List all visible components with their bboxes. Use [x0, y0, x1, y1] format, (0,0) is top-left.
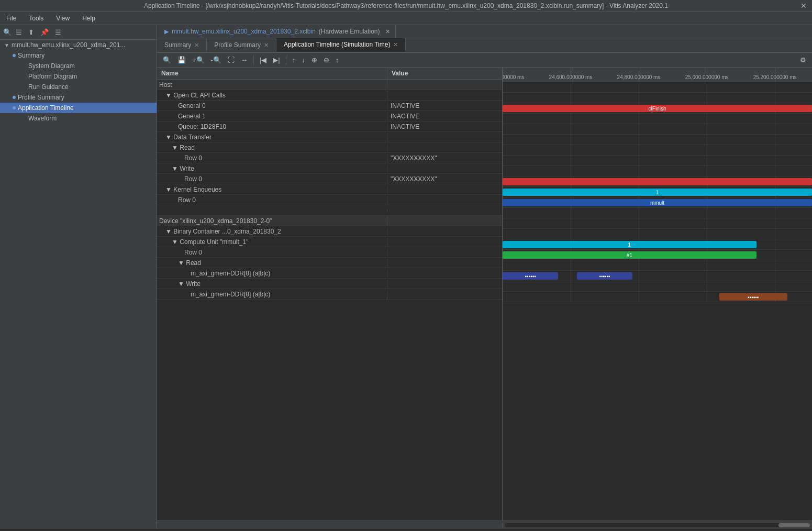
menu-item-view[interactable]: View: [54, 14, 72, 23]
nv-row-name-read-group[interactable]: ▼ Read: [157, 143, 387, 152]
zoom-fit-button[interactable]: 🔍: [160, 54, 174, 65]
window-close-button[interactable]: ✕: [800, 2, 807, 10]
row-tick-line: [707, 156, 707, 165]
nv-row-name-opencl-api[interactable]: ▼ Open CL API Calls: [157, 91, 387, 100]
row-tick-line: [571, 93, 571, 103]
row-tick-line: [639, 271, 639, 281]
down-button[interactable]: ↓: [299, 54, 308, 65]
sidebar-item-platform-diagram[interactable]: Platform Diagram: [0, 71, 157, 82]
row-tick-line: [639, 229, 639, 239]
settings-button[interactable]: ⚙: [797, 54, 809, 65]
menu-item-file[interactable]: File: [4, 14, 18, 23]
last-button[interactable]: ▶|: [270, 54, 282, 65]
nv-row-name-host[interactable]: Host: [157, 80, 387, 90]
nv-row-name-row0-write[interactable]: Row 0: [157, 174, 387, 184]
view-tab-close-application-timeline[interactable]: ✕: [393, 41, 398, 48]
nv-row-name-write-group2[interactable]: ▼ Write: [157, 279, 387, 289]
center-button[interactable]: ↔: [238, 54, 250, 65]
row-tick-line: [707, 124, 707, 134]
sidebar-item-summary[interactable]: Summary: [0, 50, 157, 61]
file-tab-close[interactable]: ✕: [385, 28, 390, 35]
timeline-bar-compute-unit: 1: [503, 241, 757, 248]
nv-row-name-row0-cu[interactable]: Row 0: [157, 248, 387, 257]
nv-row-name-kernel-enqueues[interactable]: ▼ Kernel Enqueues: [157, 185, 387, 194]
expand-button[interactable]: ⊕: [309, 54, 320, 65]
zoom-out-button[interactable]: -🔍: [208, 54, 224, 65]
fit-screen-button[interactable]: ⛶: [225, 54, 237, 65]
sidebar-item-root[interactable]: ▼mmult.hw_emu.xilinx_u200_xdma_201...: [0, 40, 157, 50]
tg-row-row0-read: [503, 156, 812, 166]
nv-row-name-data-transfer[interactable]: ▼ Data Transfer: [157, 132, 387, 142]
nv-row-name-text: ▼ Data Transfer: [165, 134, 212, 141]
menu-item-tools[interactable]: Tools: [27, 14, 46, 23]
nv-row-name-empty1: [157, 209, 387, 212]
first-button[interactable]: |◀: [257, 54, 269, 65]
row-tick-line: [775, 250, 775, 260]
view-tab-bar: Summary ✕Profile Summary ✕Application Ti…: [157, 38, 812, 53]
file-tab[interactable]: ▶ mmult.hw_emu.xilinx_u200_xdma_201830_2…: [159, 25, 396, 38]
row-tick-line: [503, 292, 503, 302]
toolbar-separator-2: [286, 56, 286, 65]
row-tick-line: [571, 281, 571, 291]
nv-row-name-m-axi-write[interactable]: m_axi_gmem-DDR[0] (a|b|c): [157, 290, 387, 299]
nv-row-name-general-1[interactable]: General 1: [157, 112, 387, 121]
nv-row-binary-container: ▼ Binary Container ...0_xdma_201830_2: [157, 226, 502, 237]
nv-row-name-write-group[interactable]: ▼ Write: [157, 164, 387, 173]
nv-row-name-device-xilinx[interactable]: Device "xilinx_u200_xdma_201830_2-0": [157, 216, 387, 226]
nv-row-value-kernel-enqueues: [387, 189, 502, 191]
nv-row-name-row0-kernel[interactable]: Row 0: [157, 195, 387, 205]
row-tick-line: [775, 271, 775, 281]
row-tick-line: [775, 145, 775, 155]
row-tick-line: [775, 281, 775, 291]
nv-row-value-write-group2: [387, 283, 502, 285]
scrollbar-thumb[interactable]: [778, 523, 810, 527]
row-tick-line: [503, 166, 503, 176]
collapse-button[interactable]: ⊖: [321, 54, 332, 65]
menu-item-help[interactable]: Help: [80, 14, 97, 23]
nv-row-name-text: Row 0: [184, 154, 202, 162]
nv-row-name-compute-unit[interactable]: ▼ Compute Unit "mmult_1": [157, 237, 387, 247]
nv-row-name-m-axi-read[interactable]: m_axi_gmem-DDR[0] (a|b|c): [157, 269, 387, 278]
sidebar-item-waveform[interactable]: Waveform: [0, 113, 157, 124]
up-button[interactable]: ↑: [290, 54, 298, 65]
nv-row-name-row0-read[interactable]: Row 0: [157, 153, 387, 163]
row-tick-line: [571, 124, 571, 134]
nv-row-name-text: Row 0: [184, 249, 202, 256]
view-tab-profile-summary[interactable]: Profile Summary ✕: [207, 39, 276, 51]
row-tick-line: [707, 93, 707, 103]
fit-rows-button[interactable]: ↕: [333, 54, 342, 65]
collapse-all-button[interactable]: ☰: [14, 27, 24, 37]
row-tick-line: [571, 229, 571, 239]
row-tick-line: [639, 281, 639, 291]
sidebar-item-system-diagram[interactable]: System Diagram: [0, 61, 157, 71]
view-tab-application-timeline[interactable]: Application Timeline (Simulation Time) ✕: [276, 38, 406, 52]
row-tick-line: [571, 271, 571, 281]
nv-row-name-text: ▼ Read: [178, 259, 201, 267]
zoom-in-button[interactable]: +🔍: [190, 54, 207, 65]
nv-row-name-queue-1d28f10[interactable]: Queue: 1D28F10: [157, 122, 387, 131]
sidebar-item-profile-summary[interactable]: Profile Summary: [0, 92, 157, 103]
row-tick-line: [571, 114, 571, 124]
sidebar-item-run-guidance[interactable]: Run Guidance: [0, 82, 157, 92]
nv-row-name-binary-container[interactable]: ▼ Binary Container ...0_xdma_201830_2: [157, 227, 387, 236]
nv-row-name-read-group2[interactable]: ▼ Read: [157, 258, 387, 268]
row-tick-line: [571, 156, 571, 165]
expand-all-button[interactable]: ⬆: [26, 27, 36, 37]
sidebar-item-application-timeline[interactable]: Application Timeline: [0, 103, 157, 113]
nv-row-name-text: ▼ Write: [178, 280, 201, 287]
save-button[interactable]: 💾: [175, 54, 188, 65]
horizontal-scrollbar[interactable]: [505, 523, 810, 527]
view-tab-summary[interactable]: Summary ✕: [157, 39, 207, 51]
view-tab-close-profile-summary[interactable]: ✕: [264, 42, 269, 49]
view-tab-close-summary[interactable]: ✕: [194, 42, 199, 49]
pin-button[interactable]: 📌: [38, 27, 51, 37]
nv-row-device-xilinx: Device "xilinx_u200_xdma_201830_2-0": [157, 216, 502, 226]
file-tab-suffix: (Hardware Emulation): [319, 28, 380, 35]
search-icon: 🔍: [3, 28, 12, 36]
nv-row-name-text: General 1: [178, 113, 206, 120]
nv-row-name-general-0[interactable]: General 0: [157, 101, 387, 110]
row-tick-line: [707, 271, 707, 281]
tg-row-host: [503, 82, 812, 93]
tg-row-device-xilinx: [503, 218, 812, 229]
close-panel-button[interactable]: ☰: [53, 27, 63, 37]
